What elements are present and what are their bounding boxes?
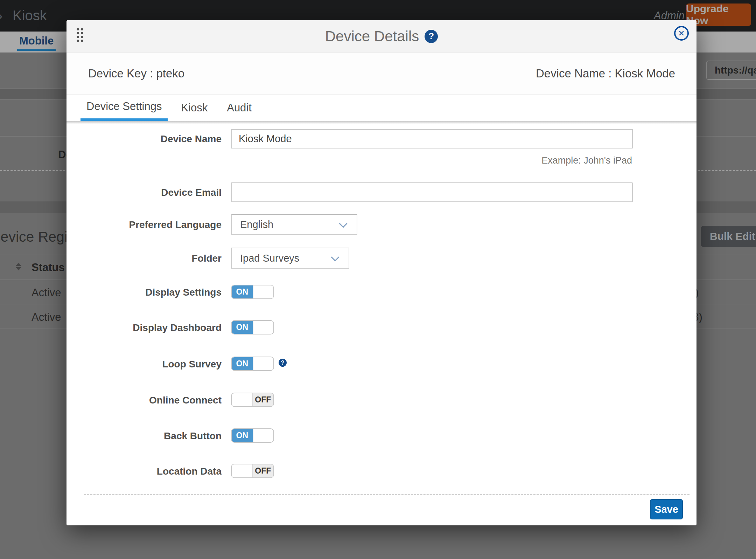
tab-bar-shadow [66, 121, 696, 124]
toggle-knob [232, 393, 253, 406]
screen: › Kiosk Admin Upgrade Now Mobile https:/… [0, 0, 756, 559]
preferred-language-label: Preferred Language [66, 220, 222, 230]
toggle-state-label: OFF [253, 464, 274, 477]
toggle-knob [232, 464, 253, 477]
display-dashboard-toggle[interactable]: ON [231, 320, 274, 334]
modal-tabs: Device Settings Kiosk Audit [80, 95, 258, 121]
toggle-state-label: ON [232, 429, 253, 442]
loop-survey-label: Loop Survey [66, 359, 222, 370]
bulk-edit-devices-button[interactable]: Bulk Edit Dev [701, 226, 756, 247]
online-connect-toggle[interactable]: OFF [231, 393, 274, 407]
sort-icon[interactable] [16, 263, 21, 270]
preferred-language-select[interactable]: English [231, 214, 357, 235]
location-data-label: Location Data [66, 466, 222, 477]
tab-audit[interactable]: Audit [221, 95, 258, 121]
folder-label: Folder [66, 253, 222, 264]
loop-survey-help-icon[interactable]: ? [279, 359, 287, 367]
toggle-knob [253, 429, 274, 442]
display-dashboard-label: Display Dashboard [66, 323, 222, 333]
close-icon[interactable]: ✕ [674, 26, 689, 41]
toggle-state-label: ON [232, 357, 253, 370]
toggle-knob [253, 357, 274, 370]
help-icon[interactable]: ? [425, 30, 438, 43]
preferred-language-value: English [240, 219, 273, 230]
chevron-down-icon [331, 253, 339, 261]
toggle-state-label: ON [232, 285, 253, 298]
device-email-label: Device Email [66, 187, 222, 198]
drag-handle-icon[interactable] [76, 27, 84, 43]
status-column-header[interactable]: Status [31, 261, 65, 274]
tab-device-settings[interactable]: Device Settings [80, 95, 168, 121]
breadcrumb-chevron-icon: › [0, 6, 3, 25]
device-key-row: Device Key : pteko Device Name : Kiosk M… [66, 53, 696, 95]
back-button-toggle[interactable]: ON [231, 428, 274, 443]
back-button-label: Back Button [66, 431, 222, 441]
url-input[interactable]: https://qa.c [706, 61, 756, 80]
chevron-down-icon [339, 219, 347, 228]
table-row-status: Active [31, 311, 61, 324]
device-name-input[interactable] [231, 129, 633, 149]
folder-value: Ipad Surveys [240, 253, 299, 264]
toggle-knob [253, 321, 274, 334]
footer-divider [84, 494, 690, 495]
folder-select[interactable]: Ipad Surveys [231, 248, 349, 269]
location-data-toggle[interactable]: OFF [231, 464, 274, 478]
display-settings-label: Display Settings [66, 287, 222, 298]
device-name-text: Device Name : Kiosk Mode [536, 67, 675, 80]
device-email-input[interactable] [231, 182, 633, 202]
tab-kiosk[interactable]: Kiosk [175, 95, 214, 121]
save-button[interactable]: Save [650, 499, 683, 519]
table-row-status: Active [31, 287, 61, 299]
display-settings-toggle[interactable]: ON [231, 285, 274, 299]
device-name-label: Device Name [66, 134, 222, 144]
toggle-knob [253, 285, 274, 298]
toggle-state-label: OFF [253, 393, 274, 406]
modal-title: Device Details [325, 28, 419, 45]
loop-survey-toggle[interactable]: ON [231, 357, 274, 371]
toggle-state-label: ON [232, 321, 253, 334]
page-title: Kiosk [13, 8, 47, 23]
device-details-modal: Device Details ? ✕ Device Key : pteko De… [66, 20, 696, 525]
device-name-helper: Example: John's iPad [541, 155, 632, 166]
tab-mobile[interactable]: Mobile [17, 35, 56, 51]
device-key-text: Device Key : pteko [88, 67, 184, 80]
online-connect-label: Online Connect [66, 395, 222, 406]
modal-header: Device Details ? ✕ [66, 20, 696, 53]
